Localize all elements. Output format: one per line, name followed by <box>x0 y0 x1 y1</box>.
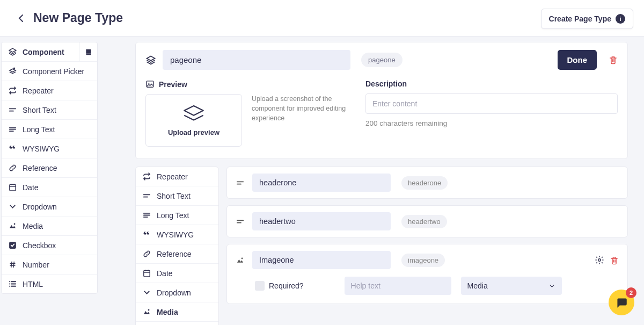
sidebar-item-checkbox[interactable]: Checkbox <box>2 236 97 255</box>
field-type-sidebar: ComponentComponent PickerRepeaterShort T… <box>1 42 98 294</box>
sidebar-item-dropdown[interactable]: Dropdown <box>2 197 97 216</box>
quotes-icon <box>8 144 17 153</box>
layers-plus-icon <box>8 67 17 76</box>
chat-badge: 2 <box>626 287 636 298</box>
inner-sidebar-item-checkbox[interactable]: Checkbox <box>136 322 218 325</box>
cal-icon <box>8 183 17 192</box>
upload-preview-box[interactable]: Upload preview <box>145 94 242 147</box>
sidebar-item-component[interactable]: Component <box>2 42 97 62</box>
field-card: headerone <box>226 167 628 199</box>
preview-heading: Preview <box>145 80 353 89</box>
chevron-down-icon <box>548 283 555 290</box>
inner-sidebar-item-media[interactable]: Media <box>136 302 218 322</box>
field-slug: headerone <box>401 176 448 190</box>
inner-sidebar-item-short-text[interactable]: Short Text <box>136 186 218 206</box>
img-icon <box>142 307 151 316</box>
svg-point-8 <box>241 257 243 259</box>
drag-icon[interactable] <box>236 178 245 187</box>
description-heading: Description <box>365 80 618 88</box>
inner-sidebar-item-long-text[interactable]: Long Text <box>136 206 218 225</box>
hash-icon <box>8 260 17 269</box>
done-button[interactable]: Done <box>558 50 597 70</box>
create-label: Create Page Type <box>549 15 611 23</box>
inner-sidebar-item-dropdown[interactable]: Dropdown <box>136 283 218 302</box>
field-slug: headertwo <box>401 215 447 228</box>
short-icon <box>8 105 17 114</box>
svg-point-1 <box>13 223 15 225</box>
field-type-select[interactable]: Media <box>461 277 562 295</box>
field-name-input[interactable] <box>252 251 391 269</box>
drag-icon[interactable] <box>236 217 245 226</box>
sidebar-item-date[interactable]: Date <box>2 178 97 197</box>
sidebar-item-reference[interactable]: Reference <box>2 158 97 178</box>
field-slug: imageone <box>401 254 445 267</box>
sidebar-item-short-text[interactable]: Short Text <box>2 100 97 120</box>
svg-point-4 <box>148 83 149 84</box>
link-icon <box>142 249 151 258</box>
upload-label: Upload preview <box>168 128 219 136</box>
trash-icon[interactable] <box>609 55 618 64</box>
svg-rect-0 <box>9 185 15 191</box>
image-icon <box>145 80 155 89</box>
description-input[interactable] <box>365 93 618 114</box>
inner-sidebar-item-repeater[interactable]: Repeater <box>136 167 218 186</box>
sidebar-item-component-picker[interactable]: Component Picker <box>2 62 97 81</box>
chevron-left-icon <box>18 15 23 22</box>
field-card: imageoneRequired?Media <box>226 244 628 304</box>
check-icon <box>8 241 17 250</box>
create-page-type-button[interactable]: Create Page Type i <box>541 9 633 29</box>
trash-icon[interactable] <box>610 256 619 265</box>
inner-field-type-sidebar: RepeaterShort TextLong TextWYSIWYGRefere… <box>135 167 219 325</box>
long-icon <box>142 211 151 220</box>
info-icon: i <box>616 14 625 24</box>
svg-point-9 <box>598 259 601 262</box>
chev-icon <box>8 202 17 211</box>
required-checkbox[interactable] <box>255 281 265 291</box>
field-card: headertwo <box>226 205 628 237</box>
upload-icon <box>181 105 206 123</box>
inner-sidebar-item-date[interactable]: Date <box>136 264 218 283</box>
help-text-input[interactable] <box>345 277 451 295</box>
drag-icon[interactable] <box>236 256 245 265</box>
upload-hint: Upload a screenshot of the component for… <box>252 94 353 147</box>
chat-button[interactable]: 2 <box>609 290 634 315</box>
short-icon <box>142 191 151 200</box>
required-label: Required? <box>269 281 304 290</box>
chev-icon <box>142 288 151 297</box>
quotes-icon <box>142 230 151 239</box>
component-slug: pageone <box>361 53 402 67</box>
field-name-input[interactable] <box>252 212 391 230</box>
inner-sidebar-item-reference[interactable]: Reference <box>136 244 218 264</box>
cal-icon <box>142 269 151 278</box>
repeat-icon <box>142 172 151 181</box>
layers-icon <box>145 55 156 66</box>
list-icon <box>8 279 17 288</box>
sidebar-item-repeater[interactable]: Repeater <box>2 81 97 100</box>
page-header: New Page Type Create Page Type i <box>0 0 644 37</box>
field-name-input[interactable] <box>252 174 391 192</box>
char-count: 200 characters remaining <box>365 119 618 127</box>
back-button[interactable] <box>11 9 30 28</box>
book-icon[interactable] <box>79 42 97 61</box>
sidebar-item-long-text[interactable]: Long Text <box>2 120 97 139</box>
sidebar-item-media[interactable]: Media <box>2 216 97 236</box>
svg-rect-5 <box>143 271 149 277</box>
img-icon <box>8 221 17 230</box>
sidebar-item-html[interactable]: HTML <box>2 275 97 293</box>
inner-sidebar-item-wysiwyg[interactable]: WYSIWYG <box>136 225 218 244</box>
gear-icon[interactable] <box>595 255 604 265</box>
page-title: New Page Type <box>33 11 123 25</box>
svg-point-6 <box>148 309 149 311</box>
repeat-icon <box>8 86 17 95</box>
component-name-input[interactable] <box>163 50 350 70</box>
sidebar-item-wysiwyg[interactable]: WYSIWYG <box>2 139 97 158</box>
chat-icon <box>614 295 628 309</box>
link-icon <box>8 163 17 172</box>
layers-icon <box>8 47 17 56</box>
component-card: pageone Done Preview Upload pre <box>135 42 628 159</box>
sidebar-item-number[interactable]: Number <box>2 255 97 275</box>
long-icon <box>8 125 17 134</box>
